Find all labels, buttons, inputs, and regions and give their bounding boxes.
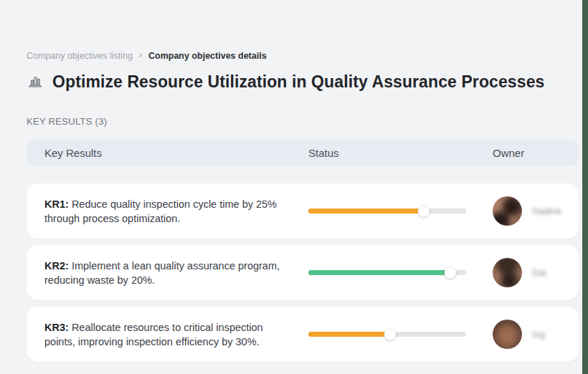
kr1-progress-fill <box>308 208 424 214</box>
key-results-list: KR1: Reduce quality inspection cycle tim… <box>27 183 579 362</box>
breadcrumb: Company objectives listing › Company obj… <box>27 51 579 61</box>
key-results-count-label: KEY RESULTS (3) <box>27 116 579 127</box>
column-header-key-results: Key Results <box>27 147 308 159</box>
objective-title-row: Optimize Resource Utilization in Quality… <box>27 69 579 94</box>
kr1-owner-avatar <box>493 196 522 226</box>
chevron-right-icon: › <box>139 50 142 60</box>
key-result-row-2[interactable]: KR2: Implement a lean quality assurance … <box>27 245 579 300</box>
kr1-label: KR1: <box>44 198 69 210</box>
kr3-description: KR3: Reallocate resources to critical in… <box>27 320 308 349</box>
kr2-progress-slider[interactable] <box>308 270 466 275</box>
kr2-owner-name: Dai <box>532 267 546 278</box>
kr3-text: Reallocate resources to critical inspect… <box>44 322 263 347</box>
key-result-row-1[interactable]: KR1: Reduce quality inspection cycle tim… <box>27 183 579 239</box>
kr3-label: KR3: <box>44 322 69 333</box>
bar-chart-icon <box>27 73 44 90</box>
kr2-owner-avatar <box>493 258 522 287</box>
kr1-progress-slider[interactable] <box>308 208 466 214</box>
kr1-text: Reduce quality inspection cycle time by … <box>44 198 277 224</box>
kr2-description: KR2: Implement a lean quality assurance … <box>27 259 308 287</box>
kr3-owner-cell: Ing <box>493 320 579 349</box>
kr2-text: Implement a lean quality assurance progr… <box>44 260 280 286</box>
kr3-progress-slider[interactable] <box>308 332 466 337</box>
column-header-status: Status <box>308 147 493 159</box>
edge-accent-strip <box>582 0 588 374</box>
kr3-progress-fill <box>308 332 390 337</box>
kr1-progress-cell <box>308 208 493 214</box>
kr2-progress-cell <box>308 270 493 275</box>
kr2-progress-fill <box>308 270 450 275</box>
breadcrumb-objectives-details: Company objectives details <box>148 51 267 61</box>
kr2-owner-cell: Dai <box>493 258 579 287</box>
column-header-owner: Owner <box>493 147 579 159</box>
kr3-slider-knob[interactable] <box>384 328 397 340</box>
kr2-label: KR2: <box>44 260 69 272</box>
kr1-description: KR1: Reduce quality inspection cycle tim… <box>27 197 308 226</box>
kr1-slider-knob[interactable] <box>417 205 430 217</box>
key-result-row-3[interactable]: KR3: Reallocate resources to critical in… <box>27 307 579 362</box>
kr3-owner-avatar <box>493 320 522 349</box>
kr3-owner-name: Ing <box>532 329 545 340</box>
kr1-owner-cell: Nadine <box>493 196 579 226</box>
objective-details-page: Company objectives listing › Company obj… <box>0 0 588 362</box>
breadcrumb-objectives-listing[interactable]: Company objectives listing <box>27 51 133 61</box>
kr2-slider-knob[interactable] <box>445 267 457 279</box>
kr3-progress-cell <box>308 332 493 337</box>
table-header: Key Results Status Owner <box>27 140 579 166</box>
page-title: Optimize Resource Utilization in Quality… <box>52 72 544 92</box>
kr1-owner-name: Nadine <box>532 206 561 216</box>
